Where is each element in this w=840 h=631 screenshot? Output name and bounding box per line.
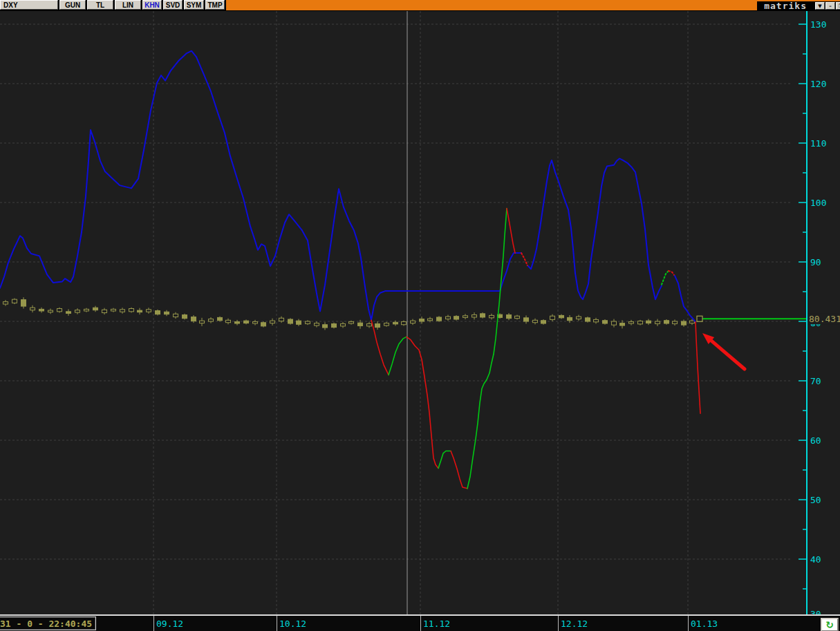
brand-zone: matriks ▼–❐	[757, 0, 840, 10]
tab-sym[interactable]: SYM	[184, 0, 204, 10]
date-label-09.12: 09.12	[156, 619, 183, 629]
date-label-11.12: 11.12	[423, 619, 450, 629]
refresh-icon: ↻	[825, 620, 834, 630]
status-clock-text: 31 - 0 - 22:40:45	[0, 619, 92, 629]
restore-button[interactable]: ❐	[836, 2, 840, 10]
time-axis-bar: 09.1210.1211.1212.1201.13 31 - 0 - 22:40…	[0, 614, 840, 631]
last-price-label: 80.431	[809, 314, 840, 324]
y-tick-label: 100	[810, 198, 826, 208]
window-buttons: ▼–❐	[815, 2, 840, 10]
date-separator	[277, 616, 277, 631]
chart-background	[0, 11, 840, 614]
dropdown-button[interactable]: ▼	[815, 2, 825, 10]
titlebar-orange-fill	[226, 0, 757, 10]
tab-tmp[interactable]: TMP	[205, 0, 225, 10]
status-clock-box: 31 - 0 - 22:40:45	[0, 616, 96, 630]
application-window: DXYGUNTLLINKHNSVDSYMTMP matriks ▼–❐ 1301…	[0, 0, 840, 631]
y-tick-label: 130	[810, 19, 826, 30]
y-tick-label: 60	[810, 435, 821, 446]
refresh-button[interactable]: ↻	[821, 618, 839, 631]
y-tick-label: 120	[810, 79, 826, 89]
tab-khn[interactable]: KHN	[142, 0, 162, 10]
matriks-logo: matriks	[764, 1, 807, 10]
date-separator	[153, 616, 154, 631]
minimize-button[interactable]: –	[825, 2, 835, 10]
tab-gun[interactable]: GUN	[59, 0, 86, 10]
date-label-01.13: 01.13	[691, 619, 718, 629]
tab-tl[interactable]: TL	[87, 0, 113, 10]
y-tick-label: 90	[810, 257, 821, 267]
y-tick-label: 50	[810, 495, 821, 505]
y-tick-label: 40	[810, 554, 821, 565]
tab-strip: DXYGUNTLLINKHNSVDSYMTMP	[0, 0, 226, 10]
date-separator	[558, 616, 559, 631]
tab-svd[interactable]: SVD	[163, 0, 183, 10]
date-label-10.12: 10.12	[279, 619, 306, 629]
date-separator	[688, 616, 689, 631]
y-tick-label: 70	[810, 376, 821, 386]
date-label-12.12: 12.12	[561, 619, 588, 629]
chart-area[interactable]: 130120110100908070605040308080.431	[0, 0, 840, 631]
date-separator	[420, 616, 421, 631]
tab-dxy[interactable]: DXY	[0, 0, 58, 10]
tab-lin[interactable]: LIN	[115, 0, 141, 10]
title-bar: DXYGUNTLLINKHNSVDSYMTMP matriks ▼–❐	[0, 0, 840, 10]
y-tick-label: 110	[810, 138, 826, 149]
